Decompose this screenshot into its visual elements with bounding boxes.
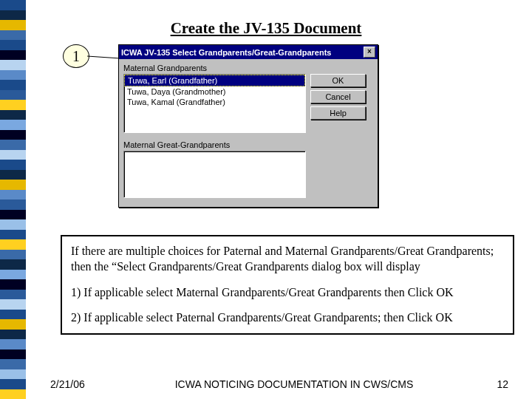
maternal-great-grandparents-listbox[interactable] bbox=[123, 151, 306, 198]
callout-bubble-1: 1 bbox=[63, 44, 89, 68]
page-title: Create the JV-135 Document bbox=[0, 19, 532, 38]
dialog-title: ICWA JV-135 Select Grandparents/Great-Gr… bbox=[121, 48, 331, 57]
select-grandparents-dialog: ICWA JV-135 Select Grandparents/Great-Gr… bbox=[118, 44, 378, 208]
instruction-box: If there are multiple choices for Patern… bbox=[61, 235, 514, 335]
decorative-stripe bbox=[0, 0, 26, 399]
help-button[interactable]: Help bbox=[310, 106, 366, 120]
list-item[interactable]: Tuwa, Earl (Grandfather) bbox=[124, 75, 305, 86]
instruction-step-1: 1) If applicable select Maternal Grandpa… bbox=[71, 285, 504, 301]
footer-title: ICWA NOTICING DOCUMENTATION IN CWS/CMS bbox=[109, 378, 479, 390]
maternal-grandparents-label: Maternal Grandparents bbox=[123, 64, 373, 72]
footer-date: 2/21/06 bbox=[50, 378, 109, 390]
list-item[interactable]: Tuwa, Kamal (Grandfather) bbox=[124, 97, 305, 107]
cancel-button[interactable]: Cancel bbox=[310, 90, 366, 103]
maternal-grandparents-listbox[interactable]: Tuwa, Earl (Grandfather) Tuwa, Daya (Gra… bbox=[123, 74, 306, 133]
callout-connector bbox=[87, 55, 120, 58]
instruction-intro: If there are multiple choices for Patern… bbox=[71, 244, 504, 275]
ok-button[interactable]: OK bbox=[310, 74, 366, 87]
slide-footer: 2/21/06 ICWA NOTICING DOCUMENTATION IN C… bbox=[50, 378, 508, 390]
close-icon[interactable]: × bbox=[364, 47, 375, 58]
maternal-great-grandparents-label: Maternal Great-Grandparents bbox=[123, 140, 373, 149]
list-item[interactable]: Tuwa, Daya (Grandmother) bbox=[124, 86, 305, 97]
dialog-titlebar: ICWA JV-135 Select Grandparents/Great-Gr… bbox=[119, 45, 378, 59]
footer-page-number: 12 bbox=[479, 378, 508, 390]
instruction-step-2: 2) If applicable select Paternal Grandpa… bbox=[71, 310, 504, 326]
